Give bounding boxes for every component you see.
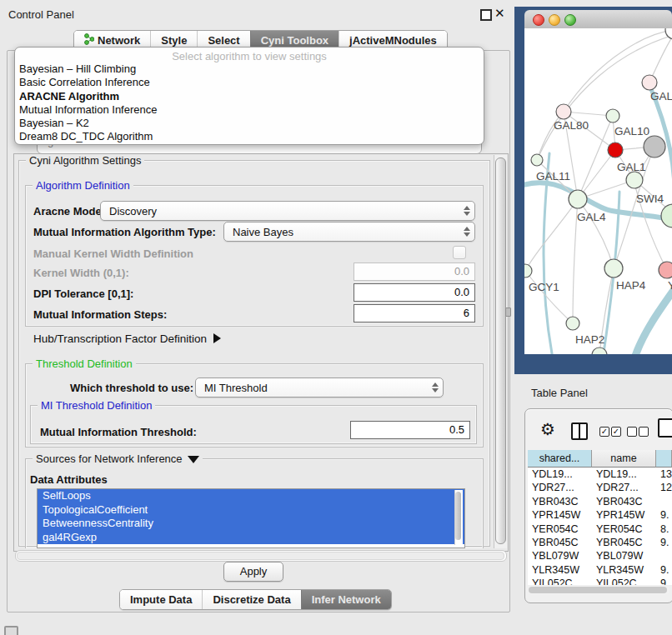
unchecked-column-icon[interactable] [627, 427, 637, 437]
mi-steps-field[interactable]: 6 [354, 304, 475, 322]
table-row[interactable]: YBL079WYBL079W [528, 549, 672, 562]
node-label: GAL80 [554, 119, 589, 132]
table-cell: YBR043C [592, 495, 656, 508]
node-label: HAP2 [575, 333, 604, 346]
table-cell: 9. [656, 508, 672, 522]
network-node-gcy1[interactable] [524, 264, 532, 278]
window-minimize-icon[interactable] [549, 14, 560, 26]
table-cell: YBR045C [528, 536, 592, 549]
column-header[interactable]: shared... [528, 450, 592, 468]
table-cell: YBR043C [528, 495, 592, 508]
table-row[interactable]: YBR045CYBR045C9. [528, 536, 672, 549]
table-row[interactable]: YLR345WYLR345W9. [528, 563, 672, 577]
network-edge[interactable] [525, 199, 578, 271]
network-node-gal4[interactable] [569, 190, 587, 208]
sources-group-title[interactable]: Sources for Network Inference [33, 452, 203, 465]
expand-arrow-icon [213, 333, 221, 343]
mi-threshold-label: Mutual Information Threshold: [40, 426, 197, 438]
checked-column-icon[interactable]: ✓ [611, 427, 621, 437]
algorithm-option[interactable]: Dream8 DC_TDC Algorithm [15, 130, 484, 143]
network-node-gal1[interactable] [626, 172, 643, 188]
algorithm-option[interactable]: ARACNE Algorithm [15, 90, 484, 103]
table-cell: YBR045C [592, 536, 656, 549]
attribute-item[interactable]: BetweennessCentrality [38, 517, 464, 531]
float-window-icon[interactable] [480, 9, 492, 21]
table-row[interactable]: YDL19...YDL19...13 [528, 468, 672, 481]
attribute-item[interactable]: gal4RGexp [38, 531, 464, 545]
table-cell: 8. [656, 522, 672, 536]
node-label: GAL11 [536, 170, 570, 182]
algorithm-option[interactable]: Bayesian – Hill Climbing [15, 62, 484, 76]
table-cell: YBL079W [592, 549, 656, 562]
tab-label: Network [98, 34, 140, 47]
close-icon[interactable]: ✕ [494, 6, 505, 21]
stepper-arrows-icon [428, 382, 443, 392]
node-table[interactable]: shared...nameYDL19...YDL19...13YDR27...Y… [528, 450, 672, 585]
splitter-grip[interactable] [505, 308, 511, 317]
attribute-item[interactable]: TopologicalCoefficient [38, 503, 464, 518]
network-icon [84, 33, 94, 48]
kernel-width-field[interactable]: 0.0 [354, 262, 475, 281]
algorithm-option[interactable]: Mutual Information Inference [15, 103, 484, 117]
network-node-swi4[interactable] [661, 204, 672, 228]
table-horizontal-scrollbar-thumb[interactable] [529, 587, 667, 593]
settings-horizontal-scrollbar-thumb[interactable] [17, 552, 504, 560]
apply-button[interactable]: Apply [223, 562, 283, 582]
table-cell [656, 495, 672, 508]
dpi-tolerance-label: DPI Tolerance [0,1]: [33, 288, 133, 300]
network-node-gal11[interactable] [531, 154, 543, 166]
table-row[interactable]: YER054CYER054C8. [528, 522, 672, 536]
tab-label: jActiveMNodules [349, 34, 437, 47]
network-window-titlebar[interactable] [524, 10, 672, 29]
table-cell: YER054C [528, 522, 592, 536]
mi-threshold-field[interactable]: 0.5 [350, 421, 470, 439]
mi-algorithm-type-combo[interactable]: Naive Bayes [223, 222, 475, 242]
network-node-hap4[interactable] [604, 259, 623, 278]
network-edge[interactable] [525, 271, 573, 323]
bottom-tab-impute-data[interactable]: Impute Data [120, 590, 202, 609]
unchecked-column-icon[interactable] [639, 427, 649, 437]
table-row[interactable]: YBR043CYBR043C [528, 495, 672, 508]
network-node-gal80[interactable] [556, 104, 571, 119]
stepper-arrows-icon [459, 206, 474, 216]
gear-icon[interactable]: ⚙ [540, 419, 555, 439]
which-threshold-combo[interactable]: MI Threshold [195, 378, 444, 398]
settings-vertical-scrollbar-thumb[interactable] [495, 158, 506, 544]
network-node-y[interactable] [659, 262, 672, 278]
algorithm-option[interactable]: Basic Correlation Inference [15, 76, 484, 89]
aracne-mode-label: Aracne Mode: [33, 205, 105, 218]
network-node-gal10[interactable] [606, 109, 619, 122]
table-row[interactable]: YPR145WYPR145W9. [528, 508, 672, 522]
dpi-tolerance-field[interactable]: 0.0 [354, 283, 475, 302]
table-cell: YDR27... [528, 481, 592, 494]
attribute-item[interactable]: SelfLoops [38, 489, 464, 503]
node-label: GCY1 [529, 281, 559, 293]
column-header[interactable]: name [592, 450, 656, 468]
network-node-hap2[interactable] [566, 317, 579, 330]
network-node-gal[interactable] [642, 75, 657, 90]
table-row[interactable]: YDR27...YDR27...12 [528, 481, 672, 494]
document-icon[interactable] [658, 418, 672, 438]
tab-label: Style [161, 34, 187, 47]
minimized-panel-icon[interactable] [4, 626, 18, 635]
data-attributes-list[interactable]: SelfLoopsTopologicalCoefficientBetweenne… [37, 488, 465, 548]
bottom-tab-infer-network[interactable]: Infer Network [301, 590, 391, 609]
manual-kernel-width-checkbox[interactable] [453, 246, 466, 259]
algorithm-option[interactable]: Bayesian – K2 [15, 117, 484, 130]
attributes-scrollbar-thumb[interactable] [455, 492, 461, 540]
table-row[interactable]: YIL052CYIL052C9 [528, 577, 672, 585]
hub-section-toggle[interactable]: Hub/Transcription Factor Definition [33, 332, 221, 345]
network-node[interactable] [644, 136, 665, 158]
network-edge[interactable] [649, 33, 672, 82]
columns-icon[interactable] [571, 422, 588, 440]
window-zoom-icon[interactable] [564, 14, 576, 26]
bottom-tab-discretize-data[interactable]: Discretize Data [202, 590, 300, 609]
aracne-mode-combo[interactable]: Discovery [100, 201, 475, 221]
network-canvas[interactable]: GALGAL80GAL10GAL1GAL11GAL4SWI4GCY1HAP4YH… [524, 28, 672, 354]
table-cell: 12 [656, 481, 672, 494]
network-node[interactable] [608, 142, 623, 158]
checked-column-icon[interactable]: ✓ [599, 427, 609, 437]
window-close-icon[interactable] [533, 14, 544, 26]
table-cell: 9 [656, 577, 672, 585]
column-header[interactable] [656, 450, 672, 468]
